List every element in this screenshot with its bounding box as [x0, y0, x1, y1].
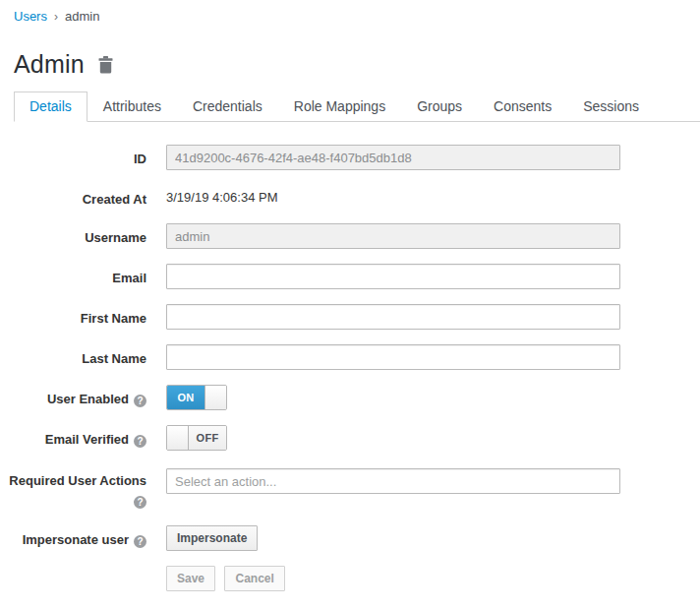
- required-user-actions-row: Required User Actions?: [0, 468, 700, 511]
- breadcrumb-separator-icon: ›: [54, 10, 58, 24]
- page-title: Admin: [14, 50, 85, 79]
- email-verified-label: Email Verified?: [0, 425, 166, 454]
- id-row: ID: [0, 145, 700, 170]
- tab-sessions[interactable]: Sessions: [567, 92, 655, 122]
- username-label: Username: [0, 223, 166, 249]
- tab-role-mappings[interactable]: Role Mappings: [278, 92, 401, 122]
- required-user-actions-label: Required User Actions?: [0, 468, 166, 511]
- created-at-label: Created At: [0, 185, 166, 209]
- tab-credentials[interactable]: Credentials: [177, 92, 278, 122]
- email-label: Email: [0, 264, 166, 289]
- help-icon[interactable]: ?: [134, 435, 146, 448]
- user-tabs: Details Attributes Credentials Role Mapp…: [14, 92, 700, 122]
- id-label: ID: [0, 145, 166, 170]
- impersonate-label: Impersonate user?: [0, 525, 166, 551]
- user-enabled-label: User Enabled?: [0, 385, 166, 410]
- toggle-on-label: ON: [167, 386, 204, 409]
- user-enabled-row: User Enabled? ON: [0, 385, 700, 410]
- username-field: [166, 223, 620, 249]
- first-name-label: First Name: [0, 304, 166, 330]
- form-actions-row: Save Cancel: [0, 566, 700, 591]
- impersonate-row: Impersonate user? Impersonate: [0, 525, 700, 551]
- help-icon[interactable]: ?: [134, 395, 146, 407]
- email-row: Email: [0, 264, 700, 289]
- created-at-value: 3/19/19 4:06:34 PM: [166, 185, 620, 205]
- cancel-button[interactable]: Cancel: [224, 566, 284, 591]
- help-icon[interactable]: ?: [134, 496, 146, 509]
- delete-user-button[interactable]: [98, 56, 113, 74]
- tab-attributes[interactable]: Attributes: [88, 92, 177, 122]
- tab-consents[interactable]: Consents: [478, 92, 567, 122]
- user-enabled-toggle[interactable]: ON: [166, 385, 227, 410]
- breadcrumb-users-link[interactable]: Users: [14, 9, 47, 24]
- created-at-row: Created At 3/19/19 4:06:34 PM: [0, 185, 700, 209]
- page-header: Admin: [14, 50, 700, 79]
- toggle-handle: [167, 426, 189, 450]
- last-name-row: Last Name: [0, 344, 700, 370]
- tab-details[interactable]: Details: [14, 92, 88, 122]
- user-detail-page: Users › admin Admin Details Attributes C…: [0, 0, 700, 591]
- first-name-row: First Name: [0, 304, 700, 330]
- first-name-field[interactable]: [166, 304, 620, 330]
- id-field: [166, 145, 620, 170]
- toggle-handle: [204, 386, 226, 409]
- help-icon[interactable]: ?: [134, 535, 146, 548]
- email-verified-row: Email Verified? OFF: [0, 425, 700, 454]
- save-button[interactable]: Save: [166, 566, 215, 591]
- required-user-actions-select[interactable]: [166, 468, 620, 494]
- last-name-label: Last Name: [0, 344, 166, 370]
- toggle-off-label: OFF: [189, 426, 226, 450]
- trash-icon: [98, 62, 113, 77]
- email-verified-toggle[interactable]: OFF: [166, 425, 227, 451]
- username-row: Username: [0, 223, 700, 249]
- last-name-field[interactable]: [166, 344, 620, 370]
- user-details-form: ID Created At 3/19/19 4:06:34 PM Usernam…: [0, 145, 700, 591]
- impersonate-button[interactable]: Impersonate: [166, 525, 258, 551]
- breadcrumb: Users › admin: [0, 9, 700, 24]
- breadcrumb-current: admin: [65, 9, 99, 24]
- tab-groups[interactable]: Groups: [401, 92, 478, 122]
- email-field[interactable]: [166, 264, 620, 289]
